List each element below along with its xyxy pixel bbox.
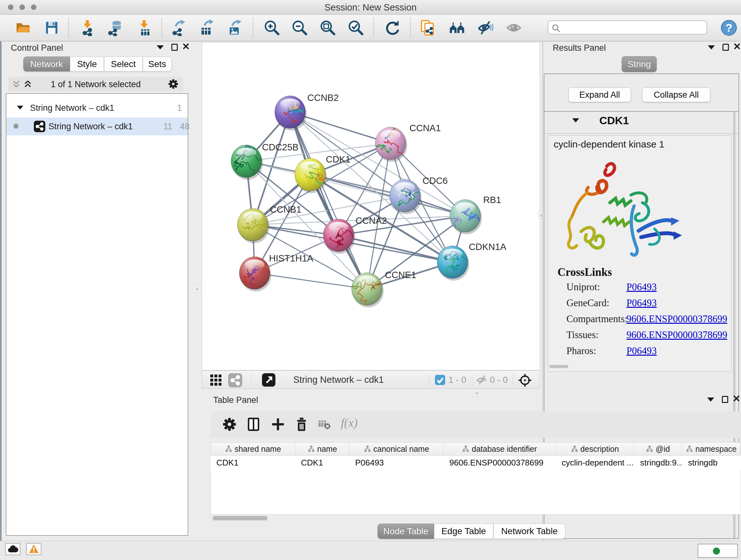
import-table-button[interactable] xyxy=(136,19,154,37)
panel-close-icon[interactable]: ✕ xyxy=(182,43,190,50)
delete-column-icon[interactable] xyxy=(294,417,309,432)
birds-eye-view-icon[interactable] xyxy=(262,373,275,387)
table-cell[interactable]: CDK1 xyxy=(295,455,349,470)
save-session-button[interactable] xyxy=(43,19,61,37)
network-node-CDC25B[interactable] xyxy=(231,145,267,180)
table-cell[interactable]: 9606.ENSP00000378699 xyxy=(444,455,556,470)
card-hscrollbar-thumb[interactable] xyxy=(549,365,568,368)
export-network-button[interactable] xyxy=(170,19,188,37)
panel-menu-icon[interactable] xyxy=(707,397,714,401)
panel-menu-icon[interactable] xyxy=(708,45,715,50)
network-node-CCNA1[interactable] xyxy=(375,124,407,162)
crosslink-value-link[interactable]: P06493 xyxy=(626,297,657,309)
crosslink-label: Tissues: xyxy=(566,329,599,341)
tab-style[interactable]: Style xyxy=(70,57,104,71)
results-panel-tabs: String xyxy=(622,56,657,72)
zoom-in-icon xyxy=(264,19,280,36)
network-selected-summary: 1 of 1 Network selected xyxy=(8,79,183,89)
hide-selected-button[interactable] xyxy=(476,19,494,37)
network-view-title: String Network – cdk1 xyxy=(293,374,384,385)
network-canvas-panel[interactable]: CCNB2CCNA1CDC25BCDK1CDC6RB1CCNB1CCNA2CDK… xyxy=(202,42,540,370)
column-header-database-identifier[interactable]: database identifier xyxy=(444,442,556,455)
zoom-fit-button[interactable] xyxy=(319,19,337,37)
tab-string[interactable]: String xyxy=(622,56,657,72)
search-input[interactable] xyxy=(563,22,703,33)
panel-close-icon[interactable]: ✕ xyxy=(733,43,741,50)
network-node-CCNA2[interactable] xyxy=(323,219,355,254)
show-hide-columns-icon[interactable] xyxy=(246,417,261,432)
zoom-selected-button[interactable] xyxy=(347,19,365,37)
table-hscrollbar-thumb[interactable] xyxy=(212,516,267,520)
function-builder-icon[interactable]: f(x) xyxy=(341,416,358,430)
show-all-button[interactable] xyxy=(505,19,523,37)
left-splitter-grip[interactable] xyxy=(194,286,200,292)
node-label-CCNA2: CCNA2 xyxy=(355,215,387,226)
panel-close-icon[interactable]: ✕ xyxy=(732,395,740,402)
gear-icon[interactable] xyxy=(168,78,179,89)
import-network-icon xyxy=(80,19,96,36)
open-session-button[interactable] xyxy=(14,19,32,37)
crosslink-value-link[interactable]: P06493 xyxy=(626,345,657,357)
table-row[interactable]: CDK1CDK1P064939606.ENSP00000378699cyclin… xyxy=(211,455,741,470)
tab-sets[interactable]: Sets xyxy=(143,57,172,71)
network-collection-row[interactable]: String Network – cdk1 1 xyxy=(6,100,188,118)
import-network-button[interactable] xyxy=(79,19,97,37)
expand-all-button[interactable]: Expand All xyxy=(568,87,631,102)
export-table-button[interactable] xyxy=(198,19,216,37)
protein-collapse-caret-icon[interactable] xyxy=(572,118,580,123)
network-row-selected[interactable]: String Network – cdk1 11 48 xyxy=(6,118,188,135)
tab-node-table[interactable]: Node Table xyxy=(378,523,434,539)
network-view-mode-icon[interactable] xyxy=(228,373,242,387)
cloud-status-button[interactable] xyxy=(5,543,20,555)
memory-button[interactable]: Memory xyxy=(697,544,738,558)
toolbar-separator xyxy=(253,18,253,38)
table-cell[interactable]: P06493 xyxy=(349,455,444,470)
warning-status-button[interactable] xyxy=(26,543,42,555)
crosslink-value-link[interactable]: P06493 xyxy=(626,281,657,293)
tab-edge-table[interactable]: Edge Table xyxy=(434,523,493,539)
network-node-CCNB2[interactable] xyxy=(275,96,307,131)
help-button[interactable]: ? xyxy=(720,19,738,37)
column-header-name[interactable]: name xyxy=(295,442,350,455)
zoom-in-button[interactable] xyxy=(263,19,281,37)
tab-network[interactable]: Network xyxy=(23,57,70,71)
first-neighbors-button[interactable] xyxy=(448,19,466,37)
zoom-out-button[interactable] xyxy=(291,19,309,37)
table-cell[interactable]: stringdb xyxy=(682,455,741,470)
collapse-all-button[interactable]: Collapse All xyxy=(642,87,711,102)
tab-select[interactable]: Select xyxy=(104,57,143,71)
panel-menu-icon[interactable] xyxy=(157,45,164,50)
panel-float-icon[interactable] xyxy=(722,396,728,403)
grid-view-icon[interactable] xyxy=(210,374,222,387)
tab-network-table[interactable]: Network Table xyxy=(493,523,565,539)
selected-checkbox-icon[interactable] xyxy=(435,375,445,385)
panel-float-icon[interactable] xyxy=(172,44,178,51)
panel-float-icon[interactable] xyxy=(723,44,729,51)
export-image-icon xyxy=(226,19,243,36)
column-header-canonical-name[interactable]: canonical name xyxy=(349,442,444,455)
create-column-icon[interactable] xyxy=(271,417,285,432)
delete-table-icon[interactable] xyxy=(318,417,331,432)
table-cell[interactable]: CDK1 xyxy=(211,455,295,470)
network-node-CDK1[interactable] xyxy=(295,159,327,193)
network-row-label: String Network – cdk1 xyxy=(49,122,133,132)
refresh-button[interactable] xyxy=(384,19,401,37)
network-status-dot-icon xyxy=(13,124,18,129)
column-header-description[interactable]: description xyxy=(556,442,634,455)
network-node-CDKN1A[interactable] xyxy=(437,246,469,281)
gear-icon[interactable] xyxy=(222,417,237,432)
tree-expand-caret-icon[interactable] xyxy=(17,105,23,111)
column-header-shared-name[interactable]: shared name xyxy=(211,442,295,455)
crosshair-icon[interactable] xyxy=(518,373,532,387)
table-cell[interactable]: stringdb:9... xyxy=(634,455,682,470)
export-image-button[interactable] xyxy=(226,19,244,37)
copy-network-button[interactable] xyxy=(419,19,437,37)
network-graph[interactable]: CCNB2CCNA1CDC25BCDK1CDC6RB1CCNB1CCNA2CDK… xyxy=(202,43,540,370)
crosslink-value-link[interactable]: 9606.ENSP00000378699 xyxy=(626,313,727,325)
column-header-namespace[interactable]: namespace xyxy=(682,442,741,455)
column-header--id[interactable]: @id xyxy=(634,442,682,455)
crosslink-value-link[interactable]: 9606.ENSP00000378699 xyxy=(626,329,727,341)
import-network-from-database-button[interactable] xyxy=(107,19,125,37)
column-type-icon xyxy=(571,445,578,452)
table-cell[interactable]: cyclin-dependent ... xyxy=(556,455,634,470)
